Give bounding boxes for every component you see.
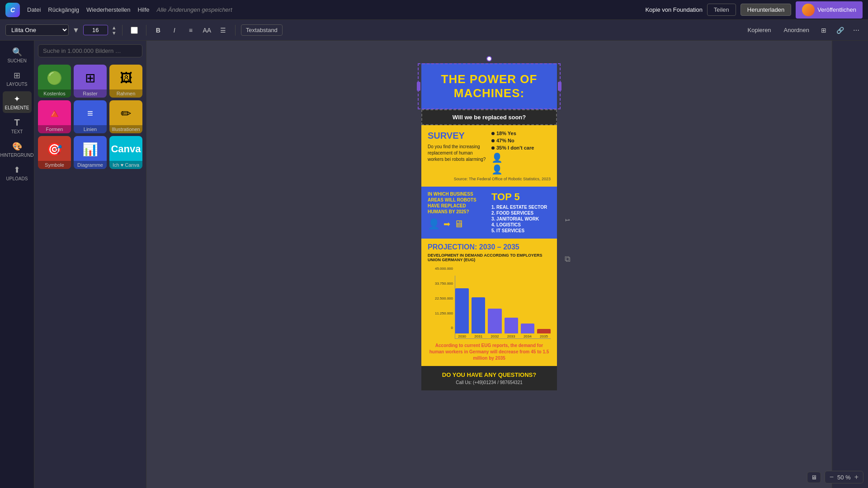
toolbar-divider-2 [146,25,146,36]
top5-item-1: 1. REAL ESTATE SECTOR [491,205,551,210]
survey-section: SURVEY Do you find the increasing replac… [421,125,557,187]
menu-datei[interactable]: Datei [27,6,41,13]
sidebar-item-suchen[interactable]: 🔍 SUCHEN [3,44,32,66]
duplicate-icon[interactable]: ⧉ [565,254,571,264]
panel-item-kostenlos[interactable]: 🟢 Kostenlos [38,65,71,98]
uploads-icon: ⬆ [14,165,20,175]
y-label-1: 45.000.000 [428,267,453,271]
menu-wiederherstellen[interactable]: Wiederherstellen [86,6,131,13]
font-size-stepper[interactable]: ▲▼ [112,25,117,36]
grid-icon-btn[interactable]: ⊞ [817,24,830,37]
survey-result-2: 47% No [491,138,551,143]
teilen-button[interactable]: Teilen [707,4,736,16]
proj-highlight1: 45 [531,349,536,354]
elemente-icon: ✦ [14,94,20,104]
top5-question: IN WHICH BUSINESS AREAS WILL ROBOTS HAVE… [428,191,487,215]
left-resize-handle[interactable] [417,82,420,91]
toolbar-divider-1 [122,25,123,36]
search-icon: 🔍 [12,47,22,57]
y-label-4: 11.250.000 [428,311,453,315]
sidebar-item-text[interactable]: T TEXT [3,115,32,137]
panel-item-linien[interactable]: ≡ Linien [74,100,107,133]
italic-button[interactable]: I [168,24,181,37]
list-button[interactable]: ☰ [217,24,230,37]
top5-section: IN WHICH BUSINESS AREAS WILL ROBOTS HAVE… [421,187,557,239]
page-indicator: 🖥 [807,472,821,483]
user-avatar [802,4,815,16]
panel-item-symbole[interactable]: 🎯 Symbole [38,136,71,169]
panel-item-ich-liebe-canva[interactable]: Canva Ich ♥ Canva [109,136,142,169]
zoom-out-button[interactable]: − [830,473,834,481]
panel-item-illustrationen[interactable]: ✏ Illustrationen [109,100,142,133]
main-area: 🔍 SUCHEN ⊞ LAYOUTS ✦ ELEMENTE T TEXT 🎨 H… [0,41,868,488]
anordnen-button[interactable]: Anordnen [779,25,814,35]
bar-2031: 2031 [472,297,485,338]
subtitle-text: Will we be replaced soon? [429,114,549,121]
topbar-right: Kopie von Foundation Teilen Herunterlade… [645,1,863,19]
bar-2032: 2032 [488,309,501,338]
survey-dot-3 [491,146,495,150]
panel-item-rahmen[interactable]: 🖼 Rahmen [109,65,142,98]
symbole-icon: 🎯 [38,138,71,161]
panel-item-diagramme[interactable]: 📊 Diagramme [74,136,107,169]
sidebar-item-hintergrund[interactable]: 🎨 HINTERGRUND [3,139,32,160]
panel-item-raster[interactable]: ⊞ Raster [74,65,107,98]
monitor-icon: 🖥 [811,474,817,481]
linien-label: Linien [74,125,107,133]
person-icon-green: 👤 [491,164,551,175]
textabstand-button[interactable]: Textabstand [241,24,283,36]
y-label-5: 0 [428,326,453,330]
herunterladen-button[interactable]: Herunterladen [741,4,791,16]
zoom-in-button[interactable]: + [854,473,859,481]
right-resize-handle[interactable] [558,82,561,91]
illustrationen-label: Illustrationen [109,125,142,133]
survey-result-3: 35% I don't care [491,145,551,150]
menu-ruckgangig[interactable]: Rückgängig [48,6,79,13]
survey-dot-2 [491,139,495,142]
text-toolbar: Lilita One ▼ ▲▼ B I ≡ AA ☰ Textabstand K… [0,20,868,41]
diagramme-label: Diagramme [74,161,107,169]
bar-2030-rect [455,288,469,333]
bar-2030-label: 2030 [458,334,466,338]
search-input[interactable] [38,44,142,57]
top5-list: 1. REAL ESTATE SECTOR 2. FOOD SERVICES 3… [491,205,551,233]
projection-subtitle: DEVELOPMENT IN DEMAND ACCORDING TO EMPLO… [428,253,551,262]
canva-logo[interactable]: C [5,3,20,17]
sidebar-item-uploads[interactable]: ⬆ UPLOADS [3,162,32,184]
raster-icon: ⊞ [74,66,107,89]
survey-question: Do you find the increasing replacement o… [428,144,487,163]
kopieren-button[interactable]: Kopieren [743,25,776,35]
top5-item-3: 3. JANITORIAL WORK [491,216,551,221]
survey-icons: 👤 👤 [491,152,551,175]
align-button[interactable]: ≡ [184,24,197,37]
canvas-area[interactable]: THE POWER OF MACHINES: Will we be replac… [146,41,832,488]
rahmen-icon: 🖼 [109,66,142,89]
canvas-page[interactable]: THE POWER OF MACHINES: Will we be replac… [421,63,557,390]
sidebar-label-suchen: SUCHEN [7,58,26,63]
text-size-button[interactable]: AA [201,24,213,37]
sidebar-item-layouts[interactable]: ⊞ LAYOUTS [3,68,32,89]
font-dropdown-icon[interactable]: ▼ [72,26,80,34]
color-swatch-btn[interactable] [128,24,141,37]
canva-logo-area[interactable]: C [5,3,20,17]
more-icon-btn[interactable]: ⋯ [850,24,863,37]
sidebar: 🔍 SUCHEN ⊞ LAYOUTS ✦ ELEMENTE T TEXT 🎨 H… [0,41,34,488]
bar-2030: 2030 [455,288,469,338]
y-label-3: 22.500.000 [428,296,453,300]
formen-icon: 🔺 [38,102,71,125]
zoom-control: − 50 % + [825,471,863,483]
font-size-input[interactable] [83,25,108,35]
toolbar-right-actions: Kopieren Anordnen ⊞ 🔗 ⋯ [743,24,863,37]
sidebar-item-elemente[interactable]: ✦ ELEMENTE [3,91,32,113]
menu-hilfe[interactable]: Hilfe [138,6,150,13]
rotate-handle[interactable] [486,56,492,61]
bold-button[interactable]: B [152,24,165,37]
font-selector[interactable]: Lilita One [5,24,69,36]
veroffentlichen-button[interactable]: Veröffentlichen [796,1,863,19]
link-icon-btn[interactable]: 🔗 [834,24,846,37]
panel-item-formen[interactable]: 🔺 Formen [38,100,71,133]
layouts-icon: ⊞ [14,70,20,80]
zoom-level: 50 % [837,474,851,481]
kostenlos-label: Kostenlos [38,89,71,98]
projection-section: PROJECTION: 2030 – 2035 DEVELOPMENT IN D… [421,239,557,366]
